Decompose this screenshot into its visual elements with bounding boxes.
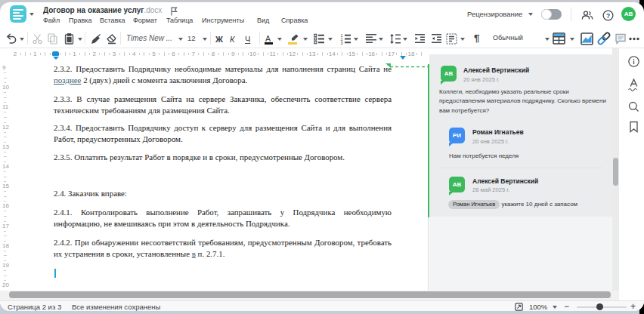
svg-text:3: 3 <box>341 41 343 45</box>
svg-text:?: ? <box>606 12 610 20</box>
